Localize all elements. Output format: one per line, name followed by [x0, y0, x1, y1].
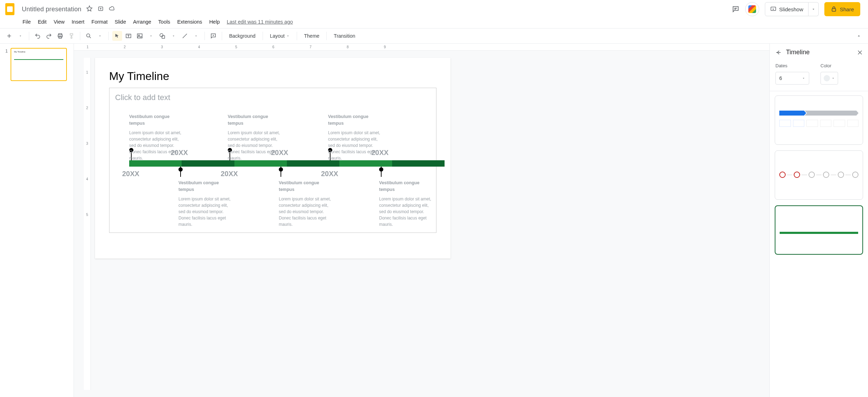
subtitle-placeholder[interactable]: Click to add text 20XX Vestibulum congue…	[109, 88, 436, 233]
slide-title[interactable]: My Timeline	[109, 70, 436, 83]
last-edit-link[interactable]: Last edit was 11 minutes ago	[227, 19, 293, 25]
vertical-ruler: 12345	[84, 58, 91, 390]
svg-rect-11	[162, 36, 165, 38]
line-tool[interactable]	[180, 31, 190, 41]
timeline-year: 20XX	[371, 149, 389, 157]
new-slide-button[interactable]	[4, 31, 14, 41]
menu-help[interactable]: Help	[209, 19, 220, 25]
panel-close-button[interactable]	[857, 49, 863, 56]
menu-insert[interactable]: Insert	[72, 19, 84, 25]
timeline-template-3[interactable]	[775, 205, 863, 255]
timeline-panel: Timeline Dates 6 Color	[769, 44, 868, 397]
image-tool[interactable]	[135, 31, 145, 41]
panel-back-button[interactable]	[775, 49, 782, 56]
horizontal-ruler: 123456789	[74, 44, 769, 51]
shape-tool[interactable]	[157, 31, 167, 41]
transition-button[interactable]: Transition	[330, 31, 359, 41]
svg-rect-2	[832, 9, 836, 12]
color-dropdown[interactable]	[820, 72, 838, 85]
timeline-year: 20XX	[171, 149, 188, 157]
menu-view[interactable]: View	[54, 19, 64, 25]
meet-button[interactable]	[745, 2, 759, 16]
slide-thumbnail[interactable]: My Timeline	[11, 48, 67, 81]
cloud-icon[interactable]	[109, 5, 115, 13]
print-button[interactable]	[55, 31, 65, 41]
filmstrip[interactable]: 1 My Timeline	[0, 44, 74, 397]
timeline-template-2[interactable]	[775, 150, 863, 200]
svg-point-6	[87, 34, 90, 37]
slideshow-dropdown[interactable]	[809, 2, 819, 16]
timeline-year: 20XX	[321, 170, 338, 178]
image-dropdown[interactable]	[146, 31, 156, 41]
timeline-year: 20XX	[271, 149, 288, 157]
layout-button[interactable]: Layout	[266, 31, 293, 41]
timeline-card: Vestibulum congue tempusLorem ipsum dolo…	[279, 180, 332, 228]
timeline-year: 20XX	[122, 170, 139, 178]
comments-icon[interactable]	[732, 5, 740, 13]
menu-format[interactable]: Format	[92, 19, 108, 25]
comment-tool[interactable]	[208, 31, 218, 41]
timeline-card: Vestibulum congue tempusLorem ipsum dolo…	[379, 180, 432, 228]
move-icon[interactable]	[98, 5, 104, 13]
doc-title[interactable]: Untitled presentation	[22, 6, 81, 13]
svg-point-10	[160, 33, 163, 37]
line-dropdown[interactable]	[191, 31, 201, 41]
menu-extensions[interactable]: Extensions	[177, 19, 202, 25]
menu-slide[interactable]: Slide	[115, 19, 126, 25]
app-logo[interactable]	[3, 2, 17, 16]
share-label: Share	[840, 6, 854, 12]
undo-button[interactable]	[33, 31, 43, 41]
subtitle-text: Click to add text	[115, 93, 170, 102]
paint-format-button[interactable]	[67, 31, 76, 41]
timeline-diagram[interactable]: 20XX Vestibulum congue tempusLorem ipsum…	[115, 109, 430, 222]
toolbar: Background Layout Theme Transition	[0, 28, 868, 44]
new-slide-dropdown[interactable]	[15, 31, 25, 41]
share-button[interactable]: Share	[824, 2, 860, 16]
menu-arrange[interactable]: Arrange	[133, 19, 151, 25]
star-icon[interactable]	[86, 5, 93, 13]
color-label: Color	[820, 63, 838, 68]
slideshow-button[interactable]: Slideshow	[765, 2, 809, 16]
background-button[interactable]: Background	[226, 31, 259, 41]
dates-value: 6	[779, 75, 782, 81]
slide-number: 1	[4, 48, 8, 81]
timeline-template-1[interactable]	[775, 95, 863, 145]
textbox-tool[interactable]	[124, 31, 133, 41]
timeline-card: Vestibulum congue tempusLorem ipsum dolo…	[178, 180, 231, 228]
theme-button[interactable]: Theme	[301, 31, 323, 41]
timeline-year: 20XX	[221, 170, 238, 178]
panel-title: Timeline	[786, 49, 810, 56]
dates-dropdown[interactable]: 6	[775, 72, 809, 85]
zoom-button[interactable]	[84, 31, 94, 41]
redo-button[interactable]	[44, 31, 54, 41]
layout-label: Layout	[270, 33, 285, 39]
slide-canvas[interactable]: My Timeline Click to add text 20XX	[95, 58, 451, 259]
shape-dropdown[interactable]	[169, 31, 178, 41]
menu-file[interactable]: File	[23, 19, 31, 25]
menu-tools[interactable]: Tools	[158, 19, 170, 25]
dates-label: Dates	[775, 63, 809, 68]
menu-bar: File Edit View Insert Format Slide Arran…	[3, 17, 865, 28]
menu-edit[interactable]: Edit	[38, 19, 46, 25]
svg-rect-8	[137, 34, 142, 38]
zoom-dropdown[interactable]	[95, 31, 105, 41]
slideshow-label: Slideshow	[779, 6, 803, 12]
collapse-toolbar-button[interactable]	[854, 31, 864, 41]
select-tool[interactable]	[112, 31, 122, 41]
